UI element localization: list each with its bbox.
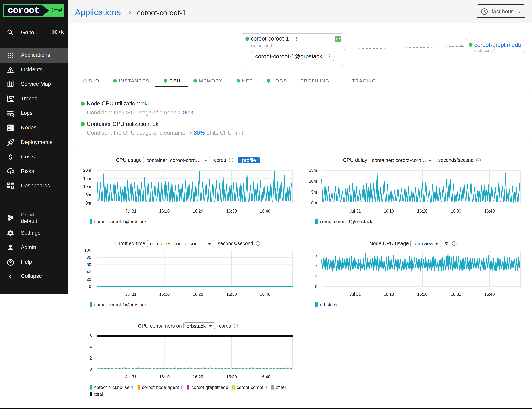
svg-text:16:40: 16:40 (260, 375, 270, 379)
svg-text:orbstack: orbstack (320, 302, 337, 307)
svg-text:0m: 0m (86, 201, 91, 206)
svg-text:coroot-coroot-1: coroot-coroot-1 (237, 385, 267, 390)
svg-text:5m: 5m (86, 193, 91, 197)
svg-text:60: 60 (86, 262, 91, 267)
svg-text:Jul 31: Jul 31 (350, 209, 361, 213)
svg-text:6: 6 (89, 334, 92, 338)
svg-text:16:20: 16:20 (417, 292, 428, 297)
svg-text:0: 0 (89, 367, 92, 372)
svg-text:1: 1 (315, 274, 317, 279)
svg-text:coroot-coroot-1@orbstack: coroot-coroot-1@orbstack (94, 219, 147, 224)
svg-text:80: 80 (86, 255, 91, 260)
svg-text:16:30: 16:30 (451, 209, 461, 213)
svg-text:0m: 0m (311, 201, 317, 205)
svg-text:coroot-clickhouse-1: coroot-clickhouse-1 (94, 385, 133, 390)
svg-text:10m: 10m (83, 184, 91, 189)
svg-text:16:30: 16:30 (226, 292, 237, 297)
svg-text:40: 40 (86, 270, 91, 274)
svg-text:coroot-greptimedb: coroot-greptimedb (191, 385, 228, 390)
svg-text:3: 3 (315, 255, 317, 259)
svg-text:16:20: 16:20 (193, 209, 203, 213)
svg-text:16:10: 16:10 (384, 292, 394, 297)
svg-text:16:40: 16:40 (260, 292, 270, 297)
svg-text:16:40: 16:40 (484, 209, 495, 213)
svg-text:15m: 15m (83, 176, 91, 181)
svg-text:16:20: 16:20 (417, 209, 428, 213)
svg-text:0: 0 (315, 284, 317, 289)
svg-text:16:20: 16:20 (193, 375, 203, 379)
svg-text:20: 20 (86, 277, 91, 281)
svg-text:total: total (94, 392, 103, 397)
svg-text:16:30: 16:30 (226, 209, 237, 213)
svg-text:15m: 15m (309, 168, 317, 173)
svg-text:16:10: 16:10 (159, 292, 170, 297)
svg-text:2: 2 (315, 265, 317, 269)
svg-text:16:40: 16:40 (260, 209, 270, 213)
svg-text:other: other (276, 385, 286, 390)
svg-text:5m: 5m (311, 190, 317, 194)
svg-text:Jul 31: Jul 31 (350, 292, 361, 297)
svg-text:2: 2 (89, 356, 92, 360)
svg-text:Jul 31: Jul 31 (125, 209, 136, 213)
svg-text:16:10: 16:10 (159, 209, 170, 213)
svg-text:0: 0 (89, 284, 91, 289)
svg-text:16:30: 16:30 (226, 375, 237, 379)
svg-text:coroot-coroot-1@orbstack: coroot-coroot-1@orbstack (94, 302, 147, 307)
svg-text:16:10: 16:10 (384, 209, 394, 213)
svg-text:4: 4 (89, 345, 92, 349)
svg-text:16:40: 16:40 (484, 292, 495, 297)
svg-text:16:20: 16:20 (193, 292, 203, 297)
svg-text:20m: 20m (83, 168, 91, 173)
svg-text:Jul 31: Jul 31 (125, 292, 136, 297)
svg-text:coroot-node-agent-1: coroot-node-agent-1 (142, 385, 183, 390)
svg-text:Jul 31: Jul 31 (125, 375, 136, 379)
svg-text:16:30: 16:30 (451, 292, 461, 297)
svg-text:coroot-coroot-1@orbstack: coroot-coroot-1@orbstack (320, 219, 372, 224)
svg-text:10m: 10m (309, 179, 317, 184)
svg-text:100: 100 (84, 248, 91, 253)
svg-text:16:10: 16:10 (159, 375, 170, 379)
